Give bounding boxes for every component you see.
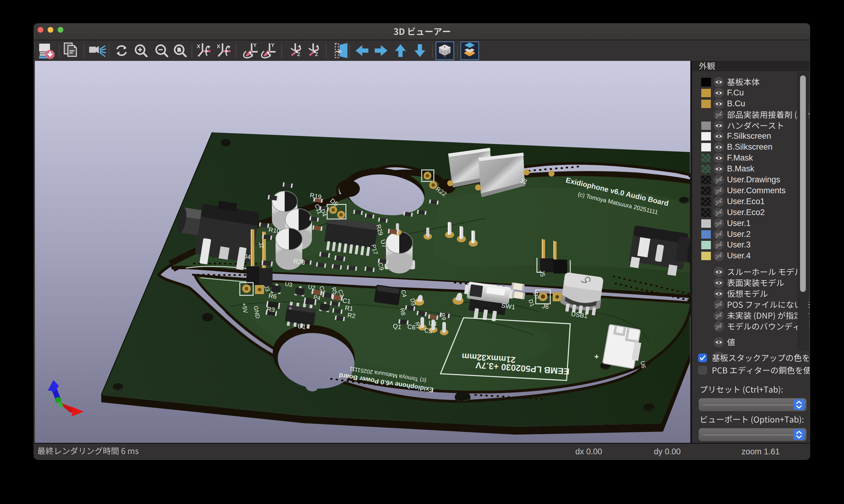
svg-text:C5: C5 xyxy=(424,326,433,335)
svg-text:X: X xyxy=(197,43,201,49)
svg-text:C1: C1 xyxy=(342,297,351,305)
svg-text:R1: R1 xyxy=(344,304,354,312)
svg-text:U2: U2 xyxy=(307,284,316,291)
svg-text:U1: U1 xyxy=(297,322,306,330)
svg-text:J6: J6 xyxy=(541,302,549,310)
svg-text:J5: J5 xyxy=(538,270,547,277)
svg-text:P4: P4 xyxy=(313,294,321,301)
svg-text:U6: U6 xyxy=(639,360,647,369)
svg-text:J4: J4 xyxy=(243,253,251,260)
svg-text:U4: U4 xyxy=(428,319,437,327)
svg-text:R3: R3 xyxy=(266,305,275,313)
svg-text:R2: R2 xyxy=(347,311,356,320)
svg-text:Q1: Q1 xyxy=(392,322,402,330)
svg-text:C6: C6 xyxy=(407,323,416,331)
svg-text:X: X xyxy=(217,43,220,49)
svg-text:J2: J2 xyxy=(520,177,528,185)
svg-text:Y: Y xyxy=(253,42,257,48)
svg-text:U3: U3 xyxy=(285,281,293,288)
svg-text:R6: R6 xyxy=(268,292,277,300)
svg-text:Y: Y xyxy=(271,42,275,48)
